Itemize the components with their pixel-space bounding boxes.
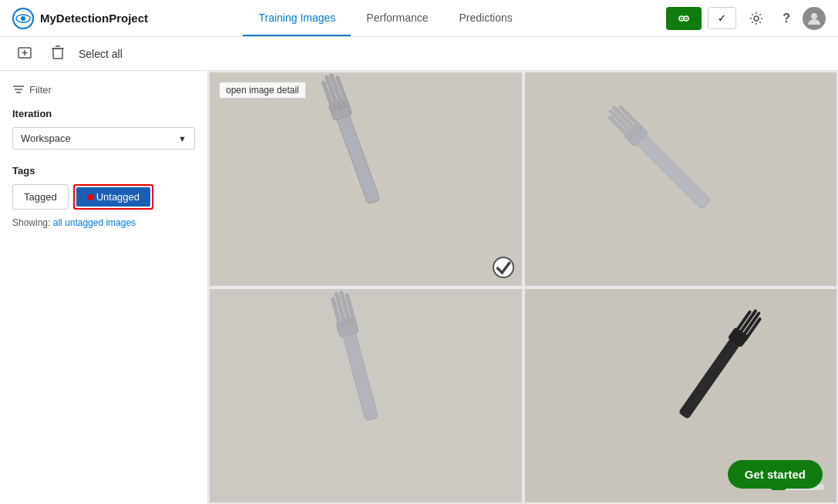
- fork-image-1: [210, 72, 522, 286]
- filter-row[interactable]: Filter: [12, 83, 195, 96]
- filter-label: Filter: [29, 84, 52, 96]
- checkmark-icon-1: [494, 258, 513, 277]
- header-tabs: Training Images Performance Predictions: [105, 1, 666, 36]
- logo-icon: [12, 8, 34, 29]
- untagged-button-wrapper: Untagged: [73, 184, 153, 210]
- fork-image-3: [210, 289, 522, 502]
- fork-image-2: [525, 72, 837, 286]
- get-started-bar: Get started: [728, 460, 823, 489]
- get-started-button[interactable]: Get started: [728, 460, 823, 489]
- svg-point-6: [685, 18, 687, 19]
- delete-button[interactable]: [46, 42, 69, 66]
- tags-buttons: Tagged Untagged: [12, 184, 195, 210]
- image-cell-3[interactable]: [208, 287, 523, 504]
- tagged-button[interactable]: Tagged: [12, 184, 69, 210]
- svg-point-7: [754, 16, 759, 21]
- tab-performance[interactable]: Performance: [351, 1, 443, 36]
- header-actions: ✓ ?: [666, 7, 826, 30]
- add-images-button[interactable]: [12, 42, 37, 66]
- showing-link[interactable]: all untagged images: [53, 217, 136, 228]
- filter-icon: [12, 83, 25, 96]
- showing-text: Showing: all untagged images: [12, 217, 195, 228]
- iteration-title: Iteration: [12, 108, 195, 119]
- trash-icon: [51, 45, 65, 60]
- tab-training-images[interactable]: Training Images: [243, 1, 351, 36]
- avatar[interactable]: [803, 7, 826, 30]
- svg-point-2: [21, 16, 25, 21]
- iteration-dropdown[interactable]: Workspace ▼: [12, 127, 195, 150]
- select-all-label[interactable]: Select all: [79, 48, 123, 60]
- untagged-button[interactable]: Untagged: [76, 187, 150, 207]
- tags-title: Tags: [12, 165, 195, 176]
- help-icon: ?: [782, 12, 790, 25]
- main-layout: Filter Iteration Workspace ▼ Tags Tagged…: [0, 71, 838, 504]
- gear-double-icon: [677, 12, 691, 25]
- tags-section: Tags Tagged Untagged Showing: all untagg…: [12, 165, 195, 228]
- svg-point-8: [811, 13, 817, 19]
- add-image-icon: [17, 45, 32, 60]
- svg-point-5: [681, 18, 682, 19]
- check-icon: ✓: [718, 12, 726, 24]
- help-button[interactable]: ?: [776, 8, 796, 29]
- user-avatar-icon: [806, 11, 822, 26]
- image-grid: open image detail: [208, 71, 838, 504]
- header: MyDetectionProject Training Images Perfo…: [0, 0, 838, 37]
- settings-icon: [749, 11, 764, 26]
- settings-button[interactable]: [742, 8, 770, 29]
- image-cell-2[interactable]: [523, 71, 839, 287]
- untagged-label: Untagged: [96, 191, 140, 203]
- sidebar: Filter Iteration Workspace ▼ Tags Tagged…: [0, 71, 208, 504]
- tab-predictions[interactable]: Predictions: [444, 1, 528, 36]
- showing-prefix: Showing:: [12, 217, 53, 228]
- image-check-1[interactable]: [493, 257, 514, 278]
- check-button[interactable]: ✓: [708, 7, 736, 29]
- svg-rect-12: [53, 49, 62, 59]
- iteration-value: Workspace: [21, 133, 71, 144]
- image-cell-1[interactable]: open image detail: [208, 71, 523, 287]
- toolbar: Select all: [0, 37, 838, 71]
- train-button[interactable]: [666, 7, 702, 30]
- untagged-dot: [87, 194, 93, 200]
- chevron-down-icon: ▼: [178, 134, 187, 143]
